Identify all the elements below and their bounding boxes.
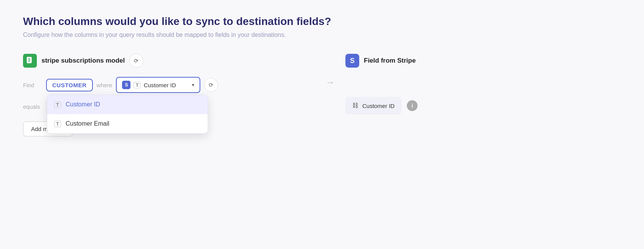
page-container: Which columns would you like to sync to … — [23, 15, 621, 136]
type-icon: T — [134, 82, 140, 88]
find-row: Find CUSTOMER where S T Customer ID ▾ ⟳ … — [23, 77, 315, 93]
equals-label: equals — [23, 103, 42, 110]
field-dropdown-trigger[interactable]: S T Customer ID ▾ — [116, 77, 200, 93]
stripe-label: Stripe — [397, 57, 416, 64]
left-panel-header: stripe subscriptions model ⟳ — [23, 54, 315, 68]
stripe-small-icon: S — [122, 81, 130, 89]
svg-rect-4 — [28, 61, 30, 62]
sheets-source-icon — [23, 54, 37, 68]
dropdown-trigger-text: Customer ID — [144, 82, 189, 88]
svg-rect-2 — [28, 59, 30, 60]
left-refresh-button[interactable]: ⟳ — [129, 54, 143, 68]
type-icon-2: T — [54, 121, 61, 127]
page-title: Which columns would you like to sync to … — [23, 15, 621, 28]
chevron-down-icon: ▾ — [192, 82, 194, 88]
mapping-section: stripe subscriptions model ⟳ Find CUSTOM… — [23, 54, 621, 136]
where-label: where — [97, 82, 112, 88]
arrow-section: → — [315, 54, 345, 88]
stripe-icon: S — [345, 54, 359, 68]
field-dropdown-menu: T Customer ID T Customer Email — [47, 95, 208, 134]
dropdown-item-text-1: Customer ID — [66, 101, 100, 108]
destination-field-text: Customer ID — [362, 103, 395, 109]
right-panel-title: Field from Stripe — [364, 57, 416, 65]
right-panel: S Field from Stripe ⛓ Customer ID i — [345, 54, 621, 115]
mapping-arrow: → — [325, 77, 335, 88]
refresh-icon-2: ⟳ — [209, 82, 213, 88]
link-icon: ⛓ — [352, 102, 358, 109]
right-panel-header: S Field from Stripe — [345, 54, 621, 68]
destination-field: ⛓ Customer ID — [345, 97, 401, 115]
svg-rect-1 — [28, 58, 30, 59]
model-name: stripe subscriptions model — [41, 57, 125, 65]
left-panel: stripe subscriptions model ⟳ Find CUSTOM… — [23, 54, 315, 136]
right-panel-inner: ⛓ Customer ID i — [345, 77, 621, 115]
svg-rect-3 — [28, 60, 30, 61]
dropdown-item-text-2: Customer Email — [66, 120, 109, 127]
page-subtitle: Configure how the columns in your query … — [23, 32, 621, 38]
field-from-label: Field from — [364, 57, 397, 64]
dropdown-item-customer-email[interactable]: T Customer Email — [47, 114, 208, 133]
right-refresh-button[interactable]: ⟳ — [204, 78, 218, 92]
refresh-icon: ⟳ — [134, 58, 139, 64]
svg-rect-0 — [27, 57, 32, 63]
find-label: Find — [23, 82, 42, 88]
info-button[interactable]: i — [407, 100, 418, 111]
type-icon-1: T — [54, 101, 61, 108]
customer-badge[interactable]: CUSTOMER — [46, 79, 93, 91]
dropdown-item-customer-id[interactable]: T Customer ID — [47, 95, 208, 114]
